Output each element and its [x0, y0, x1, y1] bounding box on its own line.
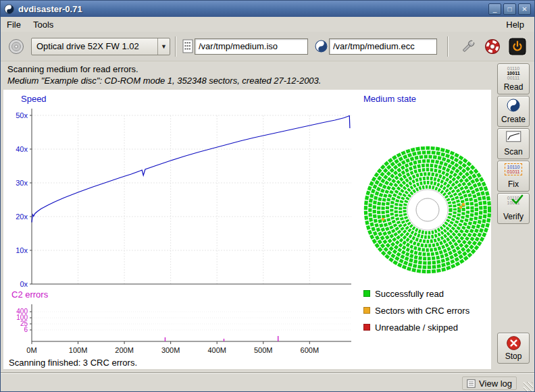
create-yinyang-icon [507, 99, 520, 112]
status-line-2: Medium "Example disc": CD-ROM mode 1, 35… [7, 76, 321, 86]
status-line-1: Scanning medium for read errors. [7, 64, 138, 74]
toolbar-separator [175, 36, 176, 57]
charts-canvas: 0x10x20x30x40x50x4001002560M100M200M300M… [3, 90, 368, 360]
menu-file[interactable]: File [1, 18, 27, 31]
create-button[interactable]: Create [497, 96, 530, 127]
toolbar: Optical drive 52X FW 1.02 ▼ [1, 32, 534, 61]
stop-icon [506, 335, 521, 351]
view-log-icon [467, 379, 476, 388]
crc-error-dot [462, 203, 465, 206]
menu-help[interactable]: Help [500, 18, 530, 31]
stop-button[interactable]: Stop [497, 333, 530, 364]
chevron-down-icon: ▼ [157, 38, 170, 55]
scan-graph-icon [506, 131, 521, 142]
crc-error-dot [382, 218, 384, 221]
legend-swatch-crc [363, 307, 370, 314]
svg-text:0M: 0M [26, 346, 36, 354]
menu-tools[interactable]: Tools [27, 18, 59, 31]
svg-text:10x: 10x [16, 246, 28, 254]
legend-swatch-success [363, 290, 370, 297]
app-window: dvdisaster-0.71 _ □ ✕ File Tools Help Op… [0, 0, 535, 392]
menubar: File Tools Help [1, 17, 534, 32]
action-sidebar: 01110 10011 00111 Read Create Scan 10110 [491, 61, 535, 372]
toolbar-separator [447, 36, 449, 57]
close-button[interactable]: ✕ [518, 3, 531, 15]
scan-button[interactable]: Scan [497, 128, 530, 159]
svg-text:6: 6 [24, 326, 28, 333]
drive-select[interactable]: Optical drive 52X FW 1.02 ▼ [31, 38, 170, 55]
svg-text:400M: 400M [207, 346, 226, 354]
iso-path-input[interactable] [195, 38, 308, 55]
crc-error-dot [459, 206, 462, 208]
svg-text:50x: 50x [16, 111, 28, 119]
verify-button[interactable]: 01110 10011 Verify [497, 193, 530, 224]
titlebar[interactable]: dvdisaster-0.71 _ □ ✕ [1, 1, 534, 17]
drive-icon[interactable] [7, 38, 25, 55]
svg-text:40x: 40x [16, 145, 28, 153]
preferences-wrench-icon[interactable] [460, 38, 476, 55]
view-log-label: View log [479, 379, 512, 389]
legend-swatch-unreadable [363, 324, 370, 331]
svg-text:600M: 600M [301, 346, 320, 354]
status-info: Scanning medium for read errors. Medium … [1, 61, 491, 90]
svg-text:0x: 0x [20, 280, 28, 288]
svg-text:200M: 200M [115, 346, 134, 354]
fix-binary-icon: 10110 01011 [505, 163, 523, 175]
svg-text:500M: 500M [254, 346, 273, 354]
minimize-button[interactable]: _ [488, 3, 501, 15]
window-title: dvdisaster-0.71 [18, 4, 82, 14]
quit-power-icon[interactable] [509, 38, 526, 55]
statusbar: View log [1, 372, 534, 392]
maximize-button[interactable]: □ [503, 3, 516, 15]
app-logo-icon [4, 4, 14, 14]
speed-chart: 0x10x20x30x40x50x [16, 109, 351, 288]
resize-grip[interactable] [524, 382, 533, 391]
c2-chart: 400100256 [16, 304, 351, 341]
verify-binary-check-icon: 01110 10011 [507, 196, 520, 205]
read-binary-icon: 01110 10011 00111 [507, 66, 519, 80]
iso-file-icon [182, 39, 193, 53]
speed-curve [32, 116, 350, 223]
legend-item-crc: Sectors with CRC errors [363, 306, 469, 315]
legend-item-unreadable: Unreadable / skipped [363, 323, 458, 332]
log-lifebuoy-icon[interactable] [484, 38, 501, 55]
svg-text:30x: 30x [16, 179, 28, 187]
read-button[interactable]: 01110 10011 00111 Read [497, 63, 530, 94]
ecc-path-input[interactable] [329, 38, 437, 55]
fix-button[interactable]: 10110 01011 Fix [497, 161, 530, 192]
ecc-file-icon [315, 40, 328, 53]
svg-text:20x: 20x [16, 213, 28, 221]
scan-result-text: Scanning finished: 3 CRC errors. [9, 358, 137, 368]
x-axis-labels: 0M100M200M300M400M500M600M [26, 341, 319, 354]
drawing-area: Speed C2 errors Medium state 0x10x20x30x… [3, 90, 491, 369]
medium-state-title: Medium state [363, 94, 416, 104]
svg-text:100M: 100M [69, 346, 88, 354]
view-log-button[interactable]: View log [462, 376, 517, 390]
medium-state-disc [363, 146, 492, 274]
drive-select-value: Optical drive 52X FW 1.02 [32, 41, 157, 51]
legend-item-success: Successfully read [363, 289, 444, 298]
disc-hole [416, 198, 439, 221]
svg-text:300M: 300M [161, 346, 180, 354]
